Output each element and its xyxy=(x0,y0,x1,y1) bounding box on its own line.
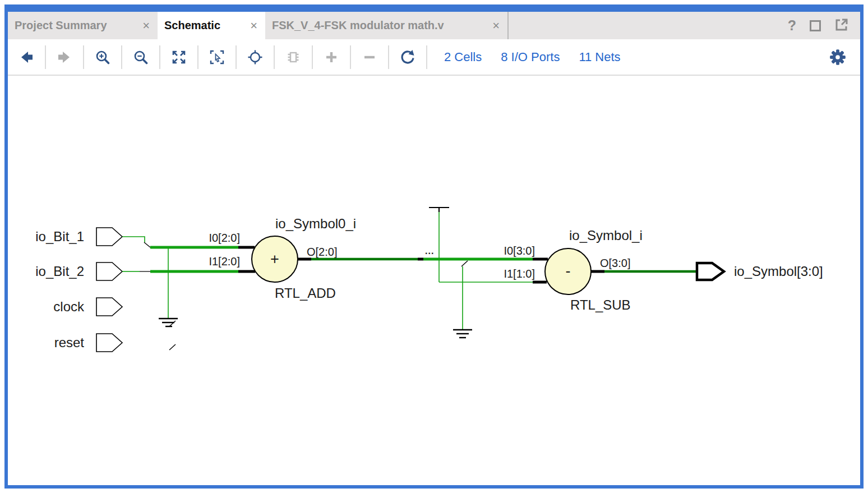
close-icon[interactable]: × xyxy=(492,20,500,32)
remove-button[interactable] xyxy=(351,42,388,73)
zoom-to-selection-icon xyxy=(209,49,225,66)
input-port-io-bit-2[interactable] xyxy=(96,262,122,280)
maximize-icon[interactable] xyxy=(810,20,821,31)
cell-chip-icon xyxy=(285,49,302,66)
bus-ripper-slash xyxy=(169,321,176,326)
zoom-in-icon xyxy=(94,49,111,66)
port-label: io_Bit_2 xyxy=(35,264,84,279)
pin-label: I1[1:0] xyxy=(504,268,535,280)
zoom-in-button[interactable] xyxy=(84,42,121,73)
tab-source-file[interactable]: FSK_V_4-FSK modulator math.v × xyxy=(265,12,507,39)
close-icon[interactable]: × xyxy=(142,20,150,32)
tab-label: Schematic xyxy=(164,19,220,32)
port-label: reset xyxy=(54,335,85,350)
cell-type-label: RTL_ADD xyxy=(275,285,336,301)
pin-label: O[3:0] xyxy=(600,257,630,269)
net-abbrev-label: ... xyxy=(425,246,434,256)
cell-properties-button[interactable] xyxy=(275,42,312,73)
refresh-button[interactable] xyxy=(389,42,426,73)
refresh-icon xyxy=(399,49,416,66)
ground-symbol[interactable] xyxy=(453,330,472,338)
port-label: clock xyxy=(53,299,85,314)
pin-label: I1[2:0] xyxy=(209,255,240,268)
zoom-fit-button[interactable] xyxy=(160,42,197,73)
tab-schematic[interactable]: Schematic × xyxy=(158,12,265,39)
zoom-to-selection-button[interactable] xyxy=(198,42,236,73)
cells-link[interactable]: 2 Cells xyxy=(444,50,482,64)
back-button[interactable] xyxy=(8,42,45,73)
gear-icon xyxy=(829,48,847,66)
pin-label: O[2:0] xyxy=(307,246,337,258)
pin-label: I0[3:0] xyxy=(504,245,535,257)
const-net-stub[interactable] xyxy=(429,208,449,212)
pin-label: I0[2:0] xyxy=(209,232,240,244)
bus-ripper-slash xyxy=(461,261,468,266)
port-label: io_Symbol[3:0] xyxy=(734,264,823,279)
settings-button[interactable] xyxy=(829,48,847,66)
plus-icon xyxy=(323,49,340,66)
cell-type-label: RTL_SUB xyxy=(570,297,631,312)
input-port-clock[interactable] xyxy=(96,298,122,316)
cell-operator: - xyxy=(566,262,571,279)
input-port-reset[interactable] xyxy=(96,334,122,352)
tab-project-summary[interactable]: Project Summary × xyxy=(8,12,158,39)
forward-icon xyxy=(56,49,73,66)
input-port-io-bit-1[interactable] xyxy=(96,228,122,246)
close-icon[interactable]: × xyxy=(250,20,257,32)
help-icon[interactable]: ? xyxy=(788,17,796,34)
panel-controls: ? xyxy=(788,12,860,39)
tab-label: Project Summary xyxy=(15,19,107,32)
ground-symbol[interactable] xyxy=(159,319,178,326)
toolbar-separator xyxy=(426,45,427,69)
minus-icon xyxy=(361,49,378,66)
cell-operator: + xyxy=(270,251,279,268)
bus-ripper-slash xyxy=(144,242,150,247)
cell-instance-label: io_Symbol_i xyxy=(569,228,643,243)
tab-divider xyxy=(507,12,509,39)
schematic-canvas: io_Bit_1 io_Bit_2 clock reset xyxy=(8,76,860,485)
forward-button[interactable] xyxy=(46,42,83,73)
tab-strip: Project Summary × Schematic × FSK_V_4-FS… xyxy=(8,12,860,39)
float-window-icon[interactable] xyxy=(834,17,849,34)
port-label: io_Bit_1 xyxy=(35,229,84,244)
io-ports-link[interactable]: 8 I/O Ports xyxy=(501,50,560,64)
output-port-io-symbol[interactable] xyxy=(697,263,724,280)
tab-label: FSK_V_4-FSK modulator math.v xyxy=(272,19,444,32)
bus-ripper-slash xyxy=(169,344,176,350)
net-io-bit-1[interactable] xyxy=(122,237,145,242)
back-icon xyxy=(18,49,35,66)
schematic-toolbar: 2 Cells 8 I/O Ports 11 Nets xyxy=(8,39,860,76)
autofit-selection-button[interactable] xyxy=(237,42,274,73)
vivado-window: Project Summary × Schematic × FSK_V_4-FS… xyxy=(4,4,864,489)
zoom-out-button[interactable] xyxy=(122,42,159,73)
nets-link[interactable]: 11 Nets xyxy=(579,50,620,64)
cell-instance-label: io_Symbol0_i xyxy=(275,216,356,231)
zoom-out-icon xyxy=(132,49,149,66)
add-button[interactable] xyxy=(313,42,350,73)
zoom-fit-icon xyxy=(170,49,187,66)
window-accent-bar xyxy=(8,8,860,12)
autofit-selection-icon xyxy=(247,49,264,66)
